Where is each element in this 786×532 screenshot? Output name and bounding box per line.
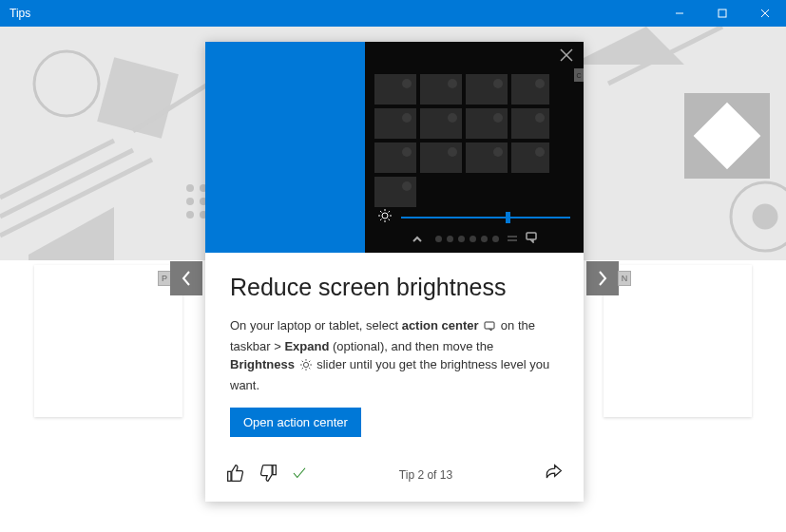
brightness-inline-icon <box>300 357 312 376</box>
thumbs-down-button[interactable] <box>259 464 278 486</box>
brightness-icon <box>378 209 392 226</box>
svg-line-36 <box>389 219 391 221</box>
svg-line-49 <box>301 368 302 369</box>
next-key-hint: N <box>618 271 631 286</box>
share-button[interactable] <box>544 469 563 485</box>
close-button[interactable] <box>743 0 786 27</box>
title-bar: Tips <box>0 0 786 27</box>
minimize-button[interactable] <box>658 0 700 27</box>
thumbs-up-button[interactable] <box>226 464 245 486</box>
prev-arrow-button[interactable] <box>170 261 202 295</box>
chevron-up-icon <box>412 230 423 247</box>
tip-illustration: C <box>205 42 584 253</box>
svg-rect-1 <box>719 10 726 17</box>
svg-point-7 <box>754 205 776 228</box>
open-action-center-button[interactable]: Open action center <box>230 408 361 437</box>
illustration-brightness-slider <box>378 209 570 226</box>
prev-tip-card[interactable] <box>34 265 182 417</box>
svg-line-47 <box>309 368 310 369</box>
svg-rect-39 <box>527 233 536 239</box>
svg-line-37 <box>389 211 391 213</box>
tip-title: Reduce screen brightness <box>230 274 559 301</box>
svg-line-38 <box>380 219 382 221</box>
tip-counter: Tip 2 of 13 <box>399 468 452 482</box>
window-title: Tips <box>10 7 30 20</box>
next-tip-card[interactable] <box>604 265 752 417</box>
svg-point-22 <box>186 198 194 205</box>
svg-point-25 <box>186 211 194 218</box>
tip-description: On your laptop or tablet, select action … <box>230 316 559 394</box>
checkmark-icon <box>291 465 308 485</box>
illustration-action-center: C <box>365 42 584 253</box>
svg-point-30 <box>382 213 388 218</box>
svg-line-46 <box>301 361 302 362</box>
svg-line-35 <box>380 211 382 213</box>
tip-footer: Tip 2 of 13 <box>205 450 584 502</box>
svg-point-41 <box>303 362 308 367</box>
maximize-button[interactable] <box>700 0 743 27</box>
tip-card: C <box>205 42 584 502</box>
action-center-icon <box>484 318 495 337</box>
svg-point-19 <box>186 184 194 192</box>
illustration-close-icon <box>559 48 576 65</box>
svg-rect-40 <box>485 322 494 329</box>
tip-body: Reduce screen brightness On your laptop … <box>205 253 584 450</box>
illustration-desktop <box>205 42 365 253</box>
illustration-pager <box>365 230 584 247</box>
illustration-scrollbar: C <box>574 68 584 82</box>
illustration-tiles <box>374 74 574 207</box>
prev-key-hint: P <box>158 271 171 286</box>
notification-icon <box>526 230 537 247</box>
svg-rect-51 <box>273 466 276 475</box>
window-controls <box>658 0 786 27</box>
next-arrow-button[interactable] <box>586 261 619 295</box>
svg-rect-50 <box>228 471 231 481</box>
svg-line-48 <box>309 361 310 362</box>
